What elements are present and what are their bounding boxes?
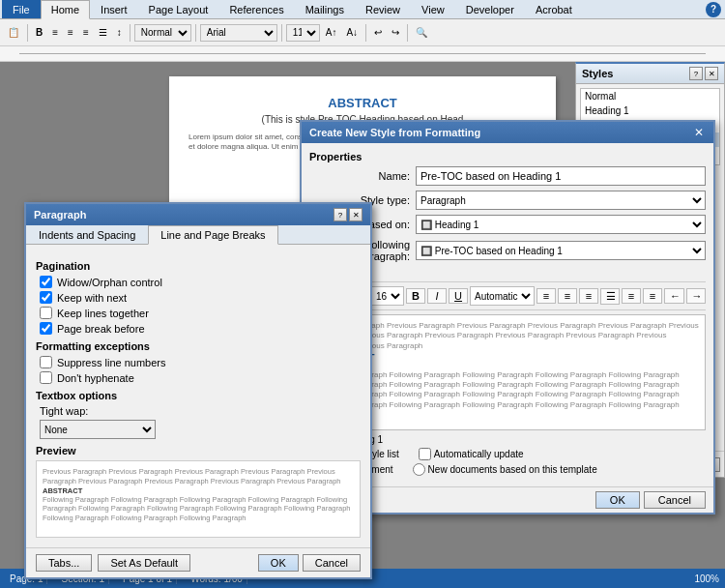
font-shrink-btn[interactable]: A↓ bbox=[342, 25, 362, 40]
name-label: Name: bbox=[309, 170, 416, 182]
sep6 bbox=[407, 24, 408, 42]
fmt-color-select[interactable]: Automatic bbox=[470, 286, 535, 306]
sep2 bbox=[130, 24, 130, 42]
create-style-ok[interactable]: OK bbox=[595, 491, 640, 509]
set-default-btn[interactable]: Set As Default bbox=[98, 554, 190, 572]
create-style-close[interactable]: ✕ bbox=[692, 126, 706, 139]
font-grow-btn[interactable]: A↑ bbox=[322, 25, 341, 40]
dont-hyphenate-checkbox[interactable] bbox=[40, 371, 52, 384]
help-icon[interactable]: ? bbox=[706, 2, 721, 17]
keep-with-next-checkbox[interactable] bbox=[40, 291, 52, 304]
create-style-cancel[interactable]: Cancel bbox=[644, 491, 706, 509]
create-style-title: Create New Style from Formatting bbox=[309, 127, 480, 138]
tab-home[interactable]: Home bbox=[41, 0, 90, 19]
fmt-underline[interactable]: U bbox=[449, 288, 468, 304]
tab-mailings[interactable]: Mailings bbox=[295, 0, 355, 18]
font-select[interactable]: Arial bbox=[200, 24, 277, 42]
textbox-label: Textbox options bbox=[36, 390, 361, 401]
name-input[interactable] bbox=[416, 166, 706, 186]
style-item[interactable]: Heading 1 bbox=[581, 103, 719, 118]
para-close-btn[interactable]: ✕ bbox=[349, 208, 362, 221]
para-body: Pagination Widow/Orphan control Keep wit… bbox=[26, 245, 370, 547]
para-tabs: Indents and Spacing Line and Page Breaks bbox=[26, 225, 370, 245]
tab-acrobat[interactable]: Acrobat bbox=[525, 0, 583, 18]
suppress-line-checkbox[interactable] bbox=[40, 356, 52, 368]
font-size-select[interactable]: 11 bbox=[286, 24, 320, 42]
para-footer-left: Tabs... Set As Default bbox=[36, 554, 190, 572]
tabs-btn[interactable]: Tabs... bbox=[36, 554, 92, 572]
fmt-align-left[interactable]: ≡ bbox=[536, 288, 556, 304]
tab-view[interactable]: View bbox=[411, 0, 455, 18]
widow-orphan-checkbox[interactable] bbox=[40, 276, 52, 288]
fmt-list2[interactable]: ≡ bbox=[643, 288, 662, 304]
para-help-btn[interactable]: ? bbox=[334, 208, 347, 221]
style-select[interactable]: Normal bbox=[134, 24, 191, 42]
redo-btn[interactable]: ↪ bbox=[388, 25, 403, 40]
preview-after-text: Following Paragraph Following Paragraph … bbox=[316, 370, 699, 411]
following-select[interactable]: 🔲 Pre-TOC based on Heading 1 bbox=[416, 241, 706, 260]
fmt-align-right[interactable]: ≡ bbox=[579, 288, 598, 304]
fmt-list1[interactable]: ≡ bbox=[622, 288, 641, 304]
fmt-align-center[interactable]: ≡ bbox=[558, 288, 577, 304]
keep-with-next-label: Keep with next bbox=[57, 292, 127, 304]
styles-panel-header: Styles ? ✕ bbox=[576, 64, 724, 84]
preview-abstract: ABSTRACT bbox=[316, 351, 699, 366]
based-on-select[interactable]: 🔲 Heading 1 bbox=[416, 215, 706, 234]
tight-wrap-label: Tight wap: bbox=[40, 405, 88, 417]
widow-orphan-label: Widow/Orphan control bbox=[57, 277, 162, 288]
tab-page-layout[interactable]: Page Layout bbox=[138, 0, 219, 18]
ribbon: File Home Insert Page Layout References … bbox=[0, 0, 725, 62]
undo-btn[interactable]: ↩ bbox=[370, 25, 386, 40]
style-type-select[interactable]: Paragraph bbox=[416, 191, 706, 210]
line-spacing-btn[interactable]: ↕ bbox=[113, 25, 126, 40]
tab-developer[interactable]: Developer bbox=[455, 0, 525, 18]
align-justify-btn[interactable]: ☰ bbox=[95, 25, 111, 40]
styles-panel-close[interactable]: ✕ bbox=[705, 67, 718, 80]
bold-btn[interactable]: B bbox=[32, 25, 46, 40]
styles-panel-help[interactable]: ? bbox=[689, 67, 703, 80]
para-preview-box: Previous Paragraph Previous Paragraph Pr… bbox=[36, 460, 361, 538]
tab-indents-spacing[interactable]: Indents and Spacing bbox=[26, 225, 148, 244]
search-btn[interactable]: 🔍 bbox=[412, 25, 431, 40]
page-break-checkbox[interactable] bbox=[40, 322, 52, 335]
fmt-indent-less[interactable]: ← bbox=[664, 288, 683, 304]
tab-insert[interactable]: Insert bbox=[90, 0, 138, 18]
align-center-btn[interactable]: ≡ bbox=[64, 25, 77, 40]
dont-hyphenate-row: Don't hyphenate bbox=[36, 371, 361, 384]
create-style-controls: ✕ bbox=[692, 126, 706, 139]
tab-references[interactable]: References bbox=[218, 0, 294, 18]
paragraph-dialog: Paragraph ? ✕ Indents and Spacing Line a… bbox=[24, 202, 372, 579]
paste-btn[interactable]: 📋 bbox=[4, 25, 23, 40]
para-cancel-btn[interactable]: Cancel bbox=[303, 554, 361, 572]
para-window-controls: ? ✕ bbox=[334, 208, 362, 221]
tab-review[interactable]: Review bbox=[355, 0, 411, 18]
page-break-row: Page break before bbox=[36, 322, 361, 335]
formatting-exceptions-label: Formatting exceptions bbox=[36, 340, 361, 352]
fmt-align-justify[interactable]: ☰ bbox=[600, 288, 620, 305]
align-right-btn[interactable]: ≡ bbox=[79, 25, 93, 40]
pagination-label: Pagination bbox=[36, 260, 361, 272]
tab-file[interactable]: File bbox=[2, 0, 41, 18]
auto-update-checkbox[interactable] bbox=[419, 448, 431, 460]
new-docs-radio[interactable] bbox=[413, 463, 425, 476]
fmt-bold[interactable]: B bbox=[406, 288, 425, 304]
keep-lines-row: Keep lines together bbox=[36, 307, 361, 319]
fmt-indent-more[interactable]: → bbox=[686, 288, 706, 304]
auto-update-label: Automatically update bbox=[434, 449, 524, 459]
keep-with-next-row: Keep with next bbox=[36, 291, 361, 304]
tight-wrap-select[interactable]: None bbox=[40, 420, 156, 439]
fmt-size-select[interactable]: 16 bbox=[371, 286, 404, 306]
tab-line-page-breaks[interactable]: Line and Page Breaks bbox=[148, 225, 277, 245]
para-title-text: Paragraph bbox=[34, 209, 86, 220]
ruler bbox=[0, 46, 725, 62]
para-ok-btn[interactable]: OK bbox=[258, 554, 299, 572]
name-row: Name: bbox=[309, 166, 706, 186]
sep5 bbox=[365, 24, 366, 42]
fmt-italic[interactable]: I bbox=[427, 288, 447, 304]
new-docs-label: New documents based on this template bbox=[428, 464, 597, 475]
style-item[interactable]: Normal bbox=[581, 89, 719, 103]
keep-lines-label: Keep lines together bbox=[57, 308, 149, 319]
align-left-btn[interactable]: ≡ bbox=[48, 25, 62, 40]
keep-lines-checkbox[interactable] bbox=[40, 307, 52, 319]
preview-section-label: Preview bbox=[36, 445, 361, 456]
